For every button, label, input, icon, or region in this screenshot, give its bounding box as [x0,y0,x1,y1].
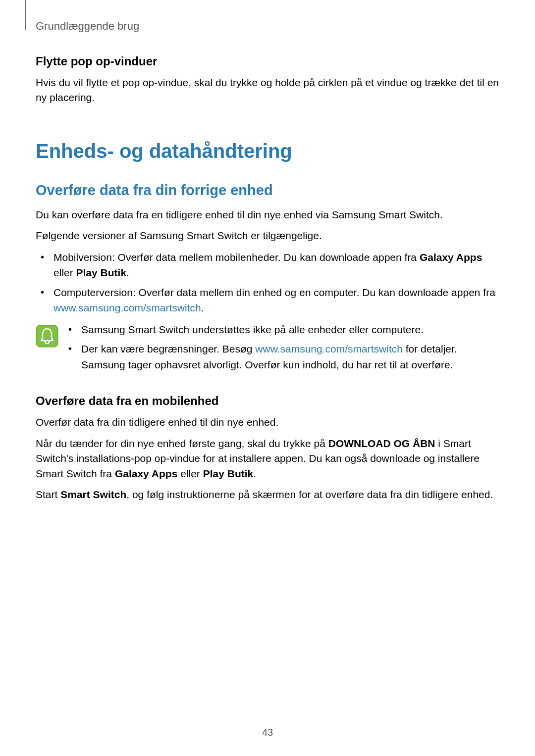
bullet-text: Mobilversion: Overfør data mellem mobile… [54,252,420,263]
list-item: Computerversion: Overfør data mellem din… [54,285,499,316]
main-heading: Enheds- og datahåndtering [36,140,499,162]
section2-bullet-list: Mobilversion: Overfør data mellem mobile… [36,250,499,316]
list-item: Samsung Smart Switch understøttes ikke p… [66,322,499,338]
page-number: 43 [0,727,535,738]
note-block: Samsung Smart Switch understøttes ikke p… [36,322,499,377]
section2-title: Overføre data fra din forrige enhed [36,182,499,199]
link-text[interactable]: www.samsung.com/smartswitch [255,343,403,354]
body-text: Start [36,489,60,500]
section3-title: Overføre data fra en mobilenhed [36,394,499,408]
section1-body: Hvis du vil flytte et pop op-vindue, ska… [36,75,499,105]
page-content: Flytte pop op-vinduer Hvis du vil flytte… [36,54,499,508]
bold-text: Play Butik [76,267,127,278]
body-text: , og følg instruktionerne på skærmen for… [126,489,493,500]
body-text: . [253,468,256,479]
bullet-text: . [126,267,129,278]
bold-text: Play Butik [203,468,254,479]
bold-text: Galaxy Apps [420,252,482,263]
bullet-text: . [201,302,204,313]
bullet-text: eller [54,267,76,278]
link-text[interactable]: www.samsung.com/smartswitch [54,302,201,313]
page-header-breadcrumb: Grundlæggende brug [36,20,139,33]
section1-title: Flytte pop op-vinduer [36,54,499,68]
note-text: Samsung Smart Switch understøttes ikke p… [81,324,424,335]
list-item: Mobilversion: Overfør data mellem mobile… [54,250,499,281]
bullet-text: Computerversion: Overfør data mellem din… [54,287,495,298]
section3-body3: Start Smart Switch, og følg instruktione… [36,487,499,502]
bold-text: Smart Switch [60,489,126,500]
bold-text: Galaxy Apps [115,468,177,479]
body-text: Når du tænder for din nye enhed første g… [36,438,328,449]
list-item: Der kan være begrænsninger. Besøg www.sa… [66,341,499,372]
note-list: Samsung Smart Switch understøttes ikke p… [66,322,499,377]
body-text: eller [177,468,203,479]
section3: Overføre data fra en mobilenhed Overfør … [36,394,499,502]
bell-icon [36,325,58,348]
bold-text: DOWNLOAD OG ÅBN [328,438,435,449]
section3-body1: Overfør data fra din tidligere enhed til… [36,415,499,430]
section2-body1: Du kan overføre data fra en tidligere en… [36,207,499,222]
header-tab-marker [25,0,26,30]
section3-body2: Når du tænder for din nye enhed første g… [36,436,499,481]
section2-body2: Følgende versioner af Samsung Smart Swit… [36,228,499,243]
note-text: Der kan være begrænsninger. Besøg [81,343,255,354]
